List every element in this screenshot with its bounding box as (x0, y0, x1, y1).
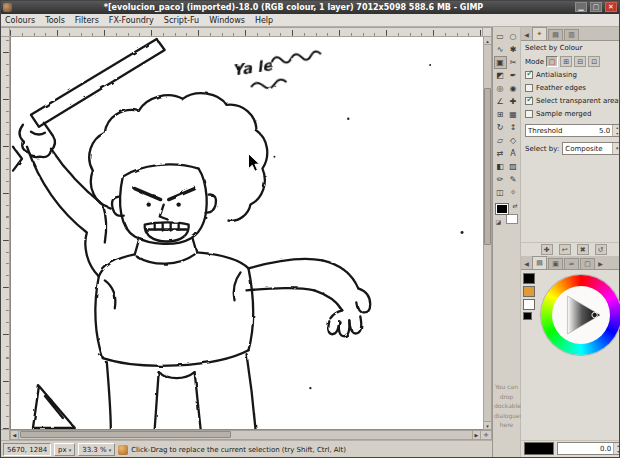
dock-menu-icon[interactable]: ▾ (616, 258, 620, 269)
image-canvas[interactable]: Ya le (10, 37, 483, 430)
threshold-steppers[interactable]: ▴▾ (612, 125, 620, 136)
tool-perspective[interactable]: ◇ (507, 134, 520, 147)
delete-options-button[interactable]: ✖ (577, 244, 589, 255)
tool-paths[interactable]: ✒ (507, 69, 520, 82)
vertical-scrollbar[interactable]: ▴ ▾ (483, 37, 492, 430)
fg-bg-color-widget[interactable]: ⇄ ◪ (496, 204, 518, 224)
value-steppers[interactable]: ▴▾ (613, 443, 620, 454)
menu-help[interactable]: Help (250, 14, 278, 26)
horizontal-scroll-thumb[interactable] (20, 431, 231, 438)
tab-scroll-left-icon[interactable]: ◀ (522, 258, 531, 269)
antialiasing-checkbox[interactable]: ✓ Antialiasing (525, 70, 620, 80)
tab-scroll-left-icon[interactable]: ◀ (522, 29, 531, 40)
spin-down-icon[interactable]: ▾ (613, 131, 620, 137)
maximize-button[interactable]: ▢ (590, 2, 602, 12)
colour-value-spinner[interactable]: 0.0 ▴▾ (557, 442, 620, 455)
mode-subtract-button[interactable]: ⊟ (574, 56, 586, 67)
feather-edges-checkbox[interactable]: Feather edges (525, 83, 620, 93)
tab-histogram[interactable]: ▥ (564, 29, 579, 40)
menu-filters[interactable]: Filters (70, 14, 104, 26)
tool-flip[interactable]: ⇄ (494, 147, 507, 160)
tool-crop[interactable]: ▦ (507, 108, 520, 121)
tool-measure[interactable]: ∠ (494, 95, 507, 108)
menu-windows[interactable]: Windows (204, 14, 250, 26)
tool-scale[interactable]: ↕ (507, 121, 520, 134)
tab-scroll-right-icon[interactable]: ▶ (596, 258, 605, 269)
foreground-color-swatch[interactable] (496, 204, 508, 214)
tab-device-status[interactable]: ▤ (548, 29, 563, 40)
tool-eraser[interactable]: ◫ (494, 186, 507, 199)
tool-ellipse-select[interactable]: ○ (507, 30, 520, 43)
tool-align[interactable]: ⊞ (494, 108, 507, 121)
tool-rectangle-select[interactable]: ▭ (494, 30, 507, 43)
close-button[interactable]: ✕ (605, 2, 617, 12)
dock-menu-icon[interactable]: ▾ (616, 29, 620, 40)
reset-options-button[interactable]: ↺ (595, 244, 607, 255)
menu-colours[interactable]: Colours (0, 14, 40, 26)
character-sketch (13, 39, 370, 429)
tool-bucket-fill[interactable]: ◧ (494, 160, 507, 173)
colour-swatch-orange[interactable] (523, 286, 535, 297)
tab-brushes[interactable]: ▣ (548, 258, 563, 269)
tab-colours[interactable]: ▤ (532, 256, 547, 269)
tool-select-by-colour[interactable]: ▣ (494, 56, 507, 69)
scroll-left-icon[interactable]: ◀ (11, 431, 19, 439)
navigation-button[interactable]: ✛ (481, 430, 492, 440)
tool-pencil[interactable]: ✏ (494, 173, 507, 186)
line-art-drawing: Ya le (11, 37, 483, 429)
mode-replace-button[interactable]: ▢ (546, 56, 558, 67)
current-colour-swatch[interactable] (524, 442, 554, 455)
hue-ring[interactable] (541, 275, 620, 355)
menu-fx-foundry[interactable]: FX-Foundry (104, 14, 159, 26)
tab-tool-options[interactable]: ✦ (532, 27, 547, 40)
colour-swatch-white[interactable] (523, 299, 535, 310)
reset-colors-icon[interactable]: ◪ (496, 219, 502, 225)
afro-hair (89, 93, 267, 221)
tool-gradient[interactable]: ▨ (507, 160, 520, 173)
tab-patterns[interactable]: ≈ (564, 258, 579, 269)
colour-swatch-small[interactable] (523, 312, 532, 320)
save-options-button[interactable]: ✚ (541, 244, 553, 255)
tool-airbrush[interactable]: ✧ (507, 186, 520, 199)
vertical-scroll-thumb[interactable] (484, 88, 491, 245)
tool-rotate[interactable]: ↻ (494, 121, 507, 134)
unit-dropdown[interactable]: px ▾ (54, 443, 75, 456)
swap-colors-icon[interactable]: ⇄ (512, 203, 517, 209)
tool-foreground-select[interactable]: ◩ (494, 69, 507, 82)
minimize-button[interactable]: ▁ (575, 2, 587, 12)
horizontal-ruler[interactable] (10, 27, 483, 37)
tool-scissors-select[interactable]: ✂ (507, 56, 520, 69)
scroll-right-icon[interactable]: ▶ (472, 431, 480, 439)
vertical-ruler[interactable] (0, 37, 10, 430)
mode-add-button[interactable]: ⊞ (560, 56, 572, 67)
background-color-swatch[interactable] (506, 214, 518, 224)
colours-dock-tabstrip: ◀ ▤ ▣ ≈ ▢ ▶ ▾ (521, 256, 620, 270)
restore-options-button[interactable]: ↩ (559, 244, 571, 255)
tool-free-select[interactable]: ∿ (494, 43, 507, 56)
tool-move[interactable]: ✚ (507, 95, 520, 108)
menu-tools[interactable]: Tools (40, 14, 70, 26)
tool-colour-picker[interactable]: ◎ (494, 82, 507, 95)
sample-merged-checkbox[interactable]: Sample merged (525, 109, 620, 119)
spin-down-icon[interactable]: ▾ (614, 449, 620, 455)
select-by-row: Select by: Composite ▾ (525, 142, 620, 155)
checkbox-box: ✓ (525, 97, 533, 105)
menu-script-fu[interactable]: Script-Fu (159, 14, 204, 26)
scroll-down-icon[interactable]: ▾ (484, 421, 491, 429)
hsv-triangle[interactable] (552, 286, 610, 344)
threshold-slider[interactable]: Threshold 5.0 ▴▾ (525, 124, 620, 137)
horizontal-scrollbar[interactable]: ◀ ▶ (10, 430, 481, 440)
scroll-up-icon[interactable]: ▴ (484, 37, 491, 45)
zoom-dropdown[interactable]: 33.3 % ▾ (78, 443, 115, 456)
tool-shear[interactable]: ▱ (494, 134, 507, 147)
select-by-dropdown[interactable]: Composite ▾ (562, 142, 620, 155)
tool-paintbrush[interactable]: ✎ (507, 173, 520, 186)
scrollbar-spacer (0, 430, 10, 440)
tool-fuzzy-select[interactable]: ✱ (507, 43, 520, 56)
mode-intersect-button[interactable]: ⊡ (588, 56, 600, 67)
tool-text[interactable]: A (507, 147, 520, 160)
select-transparent-checkbox[interactable]: ✓ Select transparent areas (525, 96, 620, 106)
tool-zoom[interactable]: ◉ (507, 82, 520, 95)
tab-gradients[interactable]: ▢ (580, 258, 595, 269)
colour-swatch-black[interactable] (523, 273, 535, 284)
